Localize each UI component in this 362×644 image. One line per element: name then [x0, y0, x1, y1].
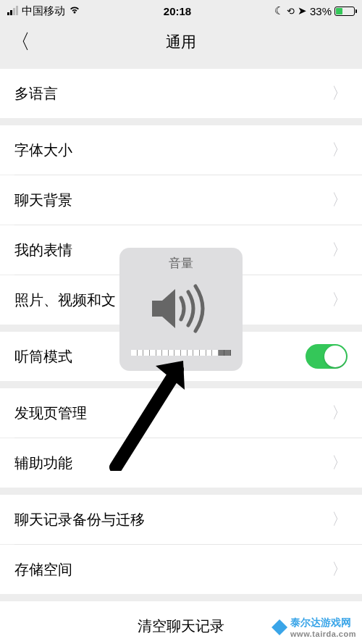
chevron-right-icon: 〉 — [332, 239, 348, 261]
row-label: 字体大小 — [14, 141, 72, 160]
row-label: 辅助功能 — [14, 453, 72, 473]
row-label: 听筒模式 — [14, 347, 72, 367]
carrier-label: 中国移动 — [22, 4, 65, 18]
row-label: 聊天背景 — [14, 191, 72, 210]
page-title: 通用 — [166, 32, 196, 52]
row-storage[interactable]: 存储空间 〉 — [0, 545, 362, 594]
earpiece-toggle[interactable] — [306, 344, 348, 369]
watermark-brand: 泰尔达游戏网 — [290, 616, 356, 630]
row-label: 照片、视频和文 — [14, 290, 116, 310]
row-label: 我的表情 — [14, 241, 72, 260]
annotation-arrow — [105, 355, 199, 474]
row-font-size[interactable]: 字体大小 〉 — [0, 125, 362, 175]
row-label: 发现页管理 — [14, 403, 87, 423]
chevron-right-icon: 〉 — [332, 452, 348, 474]
watermark-url: www.tairda.com — [290, 630, 356, 638]
row-label: 存储空间 — [14, 560, 72, 580]
row-language[interactable]: 多语言 〉 — [0, 69, 362, 118]
watermark: 泰尔达游戏网 www.tairda.com — [272, 616, 356, 638]
chevron-right-icon: 〉 — [332, 402, 348, 424]
chevron-right-icon: 〉 — [332, 189, 348, 211]
row-label: 聊天记录备份与迁移 — [14, 510, 145, 530]
row-chat-backup[interactable]: 聊天记录备份与迁移 〉 — [0, 495, 362, 544]
chevron-right-icon: 〉 — [332, 559, 348, 580]
volume-hud-title: 音量 — [169, 255, 193, 272]
status-time: 20:18 — [164, 5, 191, 17]
status-left: 中国移动 — [7, 4, 80, 18]
watermark-logo-icon — [272, 619, 287, 635]
status-bar: 中国移动 20:18 ☾ ⟲ ➤ 33% — [0, 0, 362, 22]
row-chat-background[interactable]: 聊天背景 〉 — [0, 175, 362, 225]
back-button[interactable]: 〈 — [10, 28, 30, 56]
wifi-icon — [69, 5, 80, 17]
location-icon: ➤ — [298, 4, 307, 17]
row-label: 清空聊天记录 — [138, 616, 224, 636]
nav-header: 〈 通用 — [0, 22, 362, 62]
chevron-right-icon: 〉 — [332, 509, 348, 530]
volume-hud: 音量 — [119, 248, 243, 371]
chevron-right-icon: 〉 — [332, 289, 348, 311]
battery-pct: 33% — [310, 5, 332, 17]
speaker-icon — [145, 280, 217, 340]
chevron-right-icon: 〉 — [332, 139, 348, 161]
moon-icon: ☾ — [274, 4, 284, 17]
battery-icon — [334, 7, 355, 16]
status-right: ☾ ⟲ ➤ 33% — [274, 4, 355, 17]
row-label: 多语言 — [14, 84, 58, 104]
signal-icon — [7, 7, 18, 15]
lock-rotation-icon: ⟲ — [287, 6, 295, 17]
chevron-right-icon: 〉 — [332, 83, 348, 104]
